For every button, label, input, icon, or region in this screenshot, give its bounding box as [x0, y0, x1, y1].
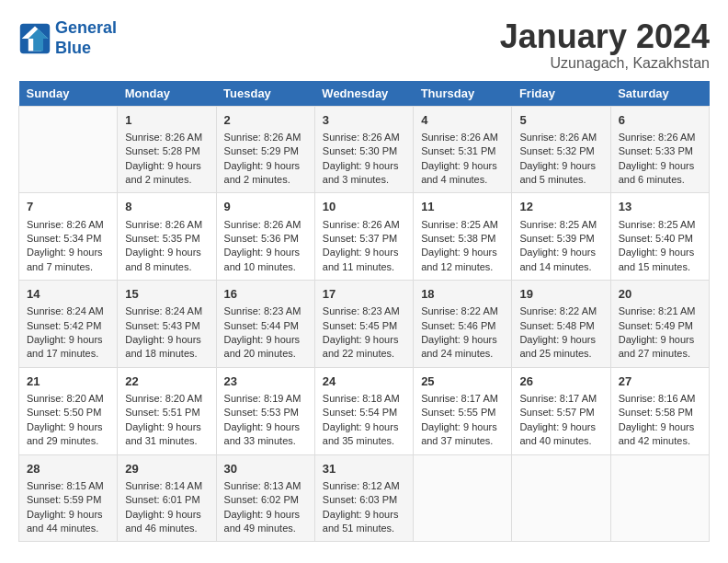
calendar-cell: 11Sunrise: 8:25 AM Sunset: 5:38 PM Dayli… [414, 193, 512, 281]
logo-text: General Blue [55, 18, 117, 58]
header-row: SundayMondayTuesdayWednesdayThursdayFrid… [19, 81, 710, 107]
calendar-cell: 26Sunrise: 8:17 AM Sunset: 5:57 PM Dayli… [512, 367, 610, 454]
day-number: 24 [323, 373, 405, 390]
column-header-saturday: Saturday [610, 81, 709, 107]
day-info: Sunrise: 8:26 AM Sunset: 5:28 PM Dayligh… [125, 131, 208, 188]
day-info: Sunrise: 8:22 AM Sunset: 5:48 PM Dayligh… [519, 304, 602, 362]
week-row-2: 7Sunrise: 8:26 AM Sunset: 5:34 PM Daylig… [19, 193, 710, 281]
logo-icon [18, 22, 51, 55]
calendar-cell: 1Sunrise: 8:26 AM Sunset: 5:28 PM Daylig… [118, 106, 216, 193]
day-number: 27 [619, 373, 701, 390]
column-header-monday: Monday [118, 81, 216, 107]
subtitle: Uzunagach, Kazakhstan [500, 55, 710, 72]
day-number: 14 [27, 286, 109, 303]
day-number: 12 [519, 199, 602, 215]
day-info: Sunrise: 8:17 AM Sunset: 5:57 PM Dayligh… [519, 392, 602, 449]
calendar-cell: 16Sunrise: 8:23 AM Sunset: 5:44 PM Dayli… [216, 281, 314, 368]
logo: General Blue [18, 18, 117, 58]
calendar-cell: 28Sunrise: 8:15 AM Sunset: 5:59 PM Dayli… [19, 454, 118, 542]
day-number: 9 [224, 199, 307, 215]
day-info: Sunrise: 8:23 AM Sunset: 5:44 PM Dayligh… [224, 304, 307, 362]
column-header-thursday: Thursday [414, 81, 512, 107]
week-row-3: 14Sunrise: 8:24 AM Sunset: 5:42 PM Dayli… [19, 281, 710, 368]
day-number: 20 [619, 286, 701, 303]
day-number: 22 [125, 373, 208, 390]
day-info: Sunrise: 8:15 AM Sunset: 5:59 PM Dayligh… [27, 479, 109, 536]
day-number: 6 [619, 112, 701, 129]
calendar-cell: 17Sunrise: 8:23 AM Sunset: 5:45 PM Dayli… [314, 281, 413, 368]
calendar-cell: 22Sunrise: 8:20 AM Sunset: 5:51 PM Dayli… [118, 367, 216, 454]
day-info: Sunrise: 8:16 AM Sunset: 5:58 PM Dayligh… [619, 392, 701, 449]
day-info: Sunrise: 8:22 AM Sunset: 5:46 PM Dayligh… [421, 304, 504, 362]
calendar-cell: 18Sunrise: 8:22 AM Sunset: 5:46 PM Dayli… [414, 281, 512, 368]
calendar-cell: 20Sunrise: 8:21 AM Sunset: 5:49 PM Dayli… [610, 281, 709, 368]
day-info: Sunrise: 8:12 AM Sunset: 6:03 PM Dayligh… [323, 479, 405, 536]
calendar-cell: 6Sunrise: 8:26 AM Sunset: 5:33 PM Daylig… [610, 106, 709, 193]
day-info: Sunrise: 8:20 AM Sunset: 5:50 PM Dayligh… [27, 392, 109, 449]
day-number: 31 [323, 461, 405, 477]
calendar-cell: 4Sunrise: 8:26 AM Sunset: 5:31 PM Daylig… [414, 106, 512, 193]
calendar-cell: 31Sunrise: 8:12 AM Sunset: 6:03 PM Dayli… [314, 454, 413, 542]
day-number: 2 [224, 112, 307, 129]
column-header-friday: Friday [512, 81, 610, 107]
day-info: Sunrise: 8:23 AM Sunset: 5:45 PM Dayligh… [323, 304, 405, 362]
day-number: 13 [619, 199, 701, 215]
calendar-cell: 2Sunrise: 8:26 AM Sunset: 5:29 PM Daylig… [216, 106, 314, 193]
day-number: 23 [224, 373, 307, 390]
day-info: Sunrise: 8:25 AM Sunset: 5:40 PM Dayligh… [619, 218, 701, 275]
calendar-cell: 9Sunrise: 8:26 AM Sunset: 5:36 PM Daylig… [216, 193, 314, 281]
day-number: 7 [27, 199, 109, 215]
day-number: 26 [519, 373, 602, 390]
column-header-wednesday: Wednesday [314, 81, 413, 107]
calendar-cell [610, 454, 709, 542]
calendar-cell: 3Sunrise: 8:26 AM Sunset: 5:30 PM Daylig… [314, 106, 413, 193]
day-number: 11 [421, 199, 504, 215]
calendar-cell: 30Sunrise: 8:13 AM Sunset: 6:02 PM Dayli… [216, 454, 314, 542]
day-number: 1 [125, 112, 208, 129]
day-info: Sunrise: 8:25 AM Sunset: 5:38 PM Dayligh… [421, 218, 504, 275]
calendar-table: SundayMondayTuesdayWednesdayThursdayFrid… [18, 81, 710, 543]
calendar-cell: 23Sunrise: 8:19 AM Sunset: 5:53 PM Dayli… [216, 367, 314, 454]
week-row-1: 1Sunrise: 8:26 AM Sunset: 5:28 PM Daylig… [19, 106, 710, 193]
day-number: 5 [519, 112, 602, 129]
day-number: 29 [125, 461, 208, 477]
day-info: Sunrise: 8:26 AM Sunset: 5:37 PM Dayligh… [323, 218, 405, 275]
day-info: Sunrise: 8:24 AM Sunset: 5:42 PM Dayligh… [27, 304, 109, 362]
day-info: Sunrise: 8:26 AM Sunset: 5:35 PM Dayligh… [125, 218, 208, 275]
title-block: January 2024 Uzunagach, Kazakhstan [500, 18, 710, 72]
calendar-cell [414, 454, 512, 542]
day-info: Sunrise: 8:26 AM Sunset: 5:32 PM Dayligh… [519, 131, 602, 188]
day-info: Sunrise: 8:26 AM Sunset: 5:33 PM Dayligh… [619, 131, 701, 188]
day-info: Sunrise: 8:26 AM Sunset: 5:29 PM Dayligh… [224, 131, 307, 188]
week-row-4: 21Sunrise: 8:20 AM Sunset: 5:50 PM Dayli… [19, 367, 710, 454]
day-info: Sunrise: 8:19 AM Sunset: 5:53 PM Dayligh… [224, 392, 307, 449]
calendar-cell: 8Sunrise: 8:26 AM Sunset: 5:35 PM Daylig… [118, 193, 216, 281]
day-number: 15 [125, 286, 208, 303]
calendar-cell: 19Sunrise: 8:22 AM Sunset: 5:48 PM Dayli… [512, 281, 610, 368]
day-number: 17 [323, 286, 405, 303]
calendar-cell: 15Sunrise: 8:24 AM Sunset: 5:43 PM Dayli… [118, 281, 216, 368]
day-info: Sunrise: 8:21 AM Sunset: 5:49 PM Dayligh… [619, 304, 701, 362]
day-info: Sunrise: 8:13 AM Sunset: 6:02 PM Dayligh… [224, 479, 307, 536]
calendar-cell: 13Sunrise: 8:25 AM Sunset: 5:40 PM Dayli… [610, 193, 709, 281]
calendar-cell: 27Sunrise: 8:16 AM Sunset: 5:58 PM Dayli… [610, 367, 709, 454]
day-number: 21 [27, 373, 109, 390]
main-title: January 2024 [500, 18, 710, 55]
day-number: 30 [224, 461, 307, 477]
calendar-cell [512, 454, 610, 542]
day-number: 28 [27, 461, 109, 477]
day-info: Sunrise: 8:25 AM Sunset: 5:39 PM Dayligh… [519, 218, 602, 275]
day-info: Sunrise: 8:26 AM Sunset: 5:30 PM Dayligh… [323, 131, 405, 188]
day-number: 3 [323, 112, 405, 129]
day-number: 19 [519, 286, 602, 303]
calendar-cell: 21Sunrise: 8:20 AM Sunset: 5:50 PM Dayli… [19, 367, 118, 454]
day-info: Sunrise: 8:26 AM Sunset: 5:36 PM Dayligh… [224, 218, 307, 275]
column-header-sunday: Sunday [19, 81, 118, 107]
column-header-tuesday: Tuesday [216, 81, 314, 107]
day-info: Sunrise: 8:14 AM Sunset: 6:01 PM Dayligh… [125, 479, 208, 536]
calendar-cell [19, 106, 118, 193]
calendar-cell: 24Sunrise: 8:18 AM Sunset: 5:54 PM Dayli… [314, 367, 413, 454]
day-info: Sunrise: 8:24 AM Sunset: 5:43 PM Dayligh… [125, 304, 208, 362]
calendar-cell: 14Sunrise: 8:24 AM Sunset: 5:42 PM Dayli… [19, 281, 118, 368]
day-info: Sunrise: 8:26 AM Sunset: 5:34 PM Dayligh… [27, 218, 109, 275]
